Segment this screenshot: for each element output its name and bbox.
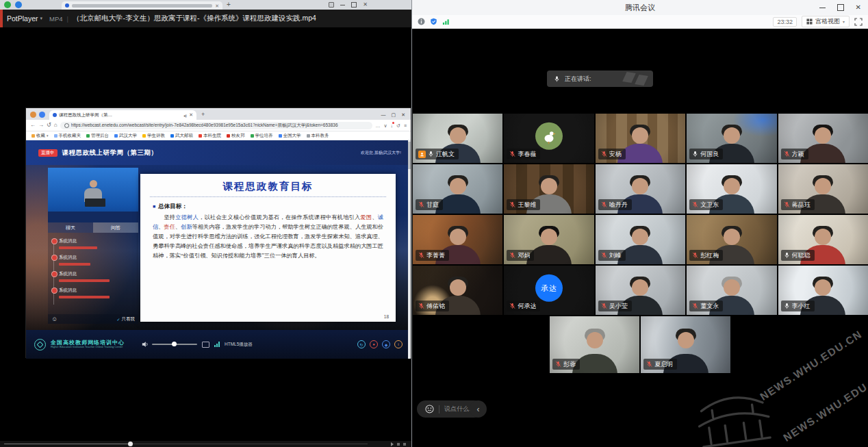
- bookmark-item[interactable]: 武大邮箱: [170, 133, 193, 139]
- recorded-browser-tab[interactable]: 课程思政线上研学周（第… ◂) ✕: [49, 110, 196, 120]
- participant-tile[interactable]: 李春薇: [504, 114, 593, 163]
- fullscreen-icon[interactable]: [854, 18, 863, 26]
- participant-tile[interactable]: 江帆文: [413, 114, 502, 163]
- participant-tile[interactable]: 李小红: [778, 266, 868, 315]
- close-button[interactable]: ✕: [856, 4, 861, 11]
- bookmark-item[interactable]: 武汉大学: [114, 133, 137, 139]
- minimize-button[interactable]: [340, 5, 345, 5]
- presenter-video[interactable]: [48, 168, 138, 222]
- pin-icon[interactable]: [329, 2, 334, 8]
- browser-profile-icon[interactable]: [15, 1, 22, 8]
- volume-control[interactable]: [142, 341, 197, 348]
- participant-tile[interactable]: 彭蓉: [550, 316, 639, 373]
- maximize-button[interactable]: [837, 4, 844, 11]
- participant-tile[interactable]: 吴小莹: [596, 266, 685, 315]
- reload-icon[interactable]: ↺: [47, 123, 51, 128]
- speaker-icon[interactable]: [391, 442, 394, 446]
- history-icon[interactable]: ↺: [396, 123, 400, 128]
- profile-avatar[interactable]: [30, 112, 36, 118]
- volume-handle[interactable]: [172, 342, 177, 346]
- potplayer-menu-button[interactable]: PotPlayer▾: [3, 14, 47, 23]
- volume-slider[interactable]: [152, 344, 197, 345]
- layout-view-dropdown[interactable]: 宫格视图 ▾: [802, 16, 850, 27]
- new-tab-button[interactable]: +: [201, 111, 205, 118]
- profile-avatar-2[interactable]: [39, 112, 45, 118]
- emoji-icon[interactable]: ☺: [51, 316, 58, 322]
- close-button[interactable]: ✕: [401, 112, 405, 117]
- participant-tile[interactable]: 文卫东: [687, 164, 776, 214]
- collapse-chat-button[interactable]: ‹: [470, 400, 487, 418]
- bookmark-item[interactable]: 学位培养: [251, 133, 273, 139]
- maximize-button[interactable]: ▢: [392, 112, 396, 117]
- tab-close-icon[interactable]: ✕: [189, 112, 193, 118]
- scrollbar[interactable]: [408, 140, 411, 359]
- bookmark-item[interactable]: 本科生院: [199, 133, 221, 139]
- close-button[interactable]: ✕: [363, 2, 368, 8]
- info-icon[interactable]: i: [394, 340, 403, 348]
- bookmark-item[interactable]: 全国大学: [279, 133, 301, 139]
- settings-icon[interactable]: [397, 443, 400, 446]
- tab-close-icon[interactable]: ✕: [215, 3, 219, 8]
- bookmark-item[interactable]: 管理后台: [86, 133, 109, 139]
- participant-tile[interactable]: 何国良: [687, 114, 776, 163]
- seek-handle[interactable]: [128, 442, 133, 446]
- fullscreen-icon[interactable]: [202, 342, 209, 348]
- participant-tile[interactable]: 董文永: [687, 266, 776, 315]
- background-browser-tab[interactable]: ✕: [62, 1, 222, 10]
- potplayer-seekbar[interactable]: [0, 441, 411, 447]
- network-signal-icon[interactable]: [442, 18, 450, 25]
- security-shield-icon[interactable]: [430, 18, 437, 25]
- forward-icon[interactable]: →: [38, 123, 44, 128]
- emoji-icon[interactable]: [425, 405, 434, 413]
- participant-tile[interactable]: 夏启明: [641, 316, 730, 373]
- tab-chat[interactable]: 聊天: [48, 222, 93, 233]
- share-icon-2[interactable]: ●: [370, 340, 378, 348]
- participant-tile[interactable]: 彭红梅: [687, 215, 776, 264]
- bookmark-item[interactable]: 校友邦: [227, 133, 245, 139]
- only-me-toggle[interactable]: ✓ 只看我: [116, 316, 135, 322]
- bookmark-item[interactable]: 收藏▾: [31, 133, 49, 139]
- participant-tile[interactable]: 喻丹丹: [596, 164, 685, 214]
- playlist-icon[interactable]: [403, 443, 406, 446]
- participant-tile[interactable]: 承达何承达: [504, 266, 593, 315]
- url-field[interactable]: https://webcast.enetedu.com/webcast/site…: [60, 122, 373, 129]
- participant-tile[interactable]: 傅佑铭: [413, 266, 502, 315]
- participant-tile[interactable]: 邓妈: [504, 215, 593, 264]
- download-icon[interactable]: ↓: [391, 123, 394, 128]
- back-icon[interactable]: ←: [30, 123, 36, 128]
- participant-tile[interactable]: 安杨: [596, 114, 685, 163]
- menu-icon[interactable]: ≡: [404, 123, 407, 128]
- mic-muted-icon: [601, 252, 607, 259]
- maximize-button[interactable]: [351, 2, 357, 8]
- participant-name-label: 邓妈: [507, 250, 534, 261]
- meeting-titlebar[interactable]: 腾讯会议 ✕: [412, 0, 868, 15]
- bookmark-item[interactable]: 学生评教: [142, 133, 165, 139]
- participant-tile[interactable]: 刘峰: [596, 215, 685, 264]
- new-tab-button[interactable]: +: [227, 1, 231, 8]
- site-info-icon[interactable]: [64, 123, 69, 128]
- minimize-button[interactable]: —: [381, 112, 386, 117]
- share-icon-3[interactable]: ◆: [382, 340, 390, 348]
- participant-tile[interactable]: 方颖: [778, 114, 868, 163]
- browser-logo-icon[interactable]: [4, 1, 11, 8]
- tab-audio-icon[interactable]: ◂): [183, 113, 187, 118]
- video-display-area[interactable]: 课程思政线上研学周（第… ◂) ✕ + — ▢ ✕ ← → ↺ ⌂: [0, 27, 411, 442]
- participant-tile[interactable]: 何聪聪: [778, 215, 868, 264]
- chevron-icon[interactable]: ∨: [383, 123, 387, 128]
- share-icon-1[interactable]: ↻: [357, 340, 366, 348]
- bookmark-item[interactable]: 手机收藏夹: [54, 133, 81, 139]
- participant-tile[interactable]: 甘庭: [413, 164, 502, 214]
- participant-tile[interactable]: 李菁菁: [413, 215, 502, 264]
- mic-muted-icon: [509, 252, 515, 259]
- participant-tile[interactable]: 蒋品珏: [778, 164, 868, 214]
- bookmark-item[interactable]: 本科教务: [307, 133, 329, 139]
- tab-qa[interactable]: 问答: [93, 222, 138, 233]
- minimize-button[interactable]: [819, 8, 826, 8]
- potplayer-titlebar[interactable]: PotPlayer▾ MP4 | （北京邮电大学-李文生）思政寓于课程-《操作系…: [0, 10, 411, 27]
- system-message: 系统消息: [59, 255, 136, 266]
- home-icon[interactable]: ⌂: [54, 123, 58, 128]
- meeting-info-icon[interactable]: [418, 18, 425, 25]
- tab-title: 课程思政线上研学周（第…: [59, 112, 181, 118]
- more-icon[interactable]: …: [375, 123, 380, 128]
- participant-tile[interactable]: 王黎维: [504, 164, 593, 214]
